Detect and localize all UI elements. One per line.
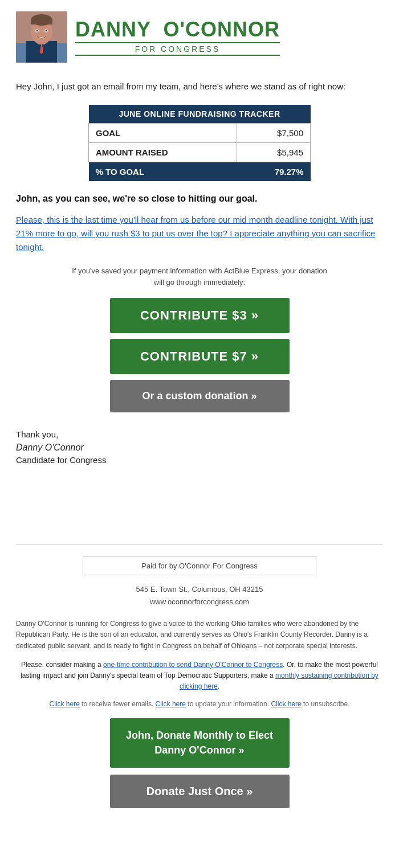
address-line2: www.oconnorforcongress.com [150,597,249,606]
header-tagline: FOR CONGRESS [75,42,280,56]
actblue-note: If you've saved your payment information… [16,265,383,288]
name-part2: O'CONNOR [163,18,280,41]
divider [16,544,383,545]
unsubscribe-link[interactable]: Click here [271,700,301,708]
contribute-7-button[interactable]: CONTRIBUTE $7 » [110,339,290,374]
donate-monthly-button[interactable]: John, Donate Monthly to Elect Danny O'Co… [110,718,290,767]
unsub-text3: to unsubscribe. [302,700,350,708]
goal-value: $7,500 [237,124,311,143]
consider-text: Please, consider making a one-time contr… [16,660,383,693]
tracker-title: JUNE ONLINE FUNDRAISING TRACKER [89,105,311,124]
goal-label: GOAL [89,124,237,143]
custom-donation-button[interactable]: Or a custom donation » [110,380,290,412]
close-to-goal-text: John, as you can see, we're so close to … [16,194,383,204]
paid-for-text: Paid for by O'Connor For Congress [141,562,257,570]
paid-for-box: Paid for by O'Connor For Congress [83,556,316,575]
appeal-link[interactable]: Please, this is the last time you'll hea… [16,213,383,254]
header: DANNY O'CONNOR FOR CONGRESS [16,11,383,63]
actblue-line1: If you've saved your payment information… [72,267,327,275]
spacer [16,465,383,544]
bio-text: Danny O'Connor is running for Congress t… [16,619,383,652]
donation-buttons: CONTRIBUTE $3 » CONTRIBUTE $7 » Or a cus… [16,298,383,412]
raised-value: $5,945 [237,143,311,162]
fewer-emails-link[interactable]: Click here [50,700,80,708]
fundraising-tracker: JUNE ONLINE FUNDRAISING TRACKER GOAL $7,… [88,105,311,181]
raised-label: AMOUNT RAISED [89,143,237,162]
one-time-contribution-link[interactable]: one-time contribution to send Danny O'Co… [103,661,283,669]
header-text: DANNY O'CONNOR FOR CONGRESS [75,18,280,56]
unsubscribe-text: Click here to receive fewer emails. Clic… [16,700,383,708]
percent-value: 79.27% [237,162,311,182]
svg-rect-7 [31,20,52,24]
tracker-header-row: JUNE ONLINE FUNDRAISING TRACKER [89,105,311,124]
contribute-3-button[interactable]: CONTRIBUTE $3 » [110,298,290,333]
svg-point-10 [36,30,38,32]
consider-before: Please, consider making a [21,661,103,669]
footer: Paid for by O'Connor For Congress 545 E.… [16,556,383,808]
consider-end: . [218,682,219,690]
name-part1: DANNY [75,18,150,41]
percent-label: % TO GOAL [89,162,237,182]
update-info-link[interactable]: Click here [156,700,186,708]
candidate-photo [16,11,67,63]
thank-you-text: Thank you, [16,429,383,439]
tracker-raised-row: AMOUNT RAISED $5,945 [89,143,311,162]
donate-once-button[interactable]: Donate Just Once » [110,775,290,808]
footer-buttons: John, Donate Monthly to Elect Danny O'Co… [16,718,383,808]
address: 545 E. Town St., Columbus, OH 43215 www.… [16,583,383,608]
unsub-text2: to update your information. [186,700,271,708]
tracker-goal-row: GOAL $7,500 [89,124,311,143]
svg-point-11 [46,30,47,32]
candidate-name: DANNY O'CONNOR [75,18,280,41]
address-line1: 545 E. Town St., Columbus, OH 43215 [136,585,263,593]
intro-text: Hey John, I just got an email from my te… [16,80,383,93]
actblue-line2: will go through immediately: [154,278,245,286]
candidate-title: Candidate for Congress [16,455,383,465]
signature: Danny O'Connor [16,443,383,453]
tracker-percent-row: % TO GOAL 79.27% [89,162,311,182]
unsub-text1: to receive fewer emails. [80,700,156,708]
